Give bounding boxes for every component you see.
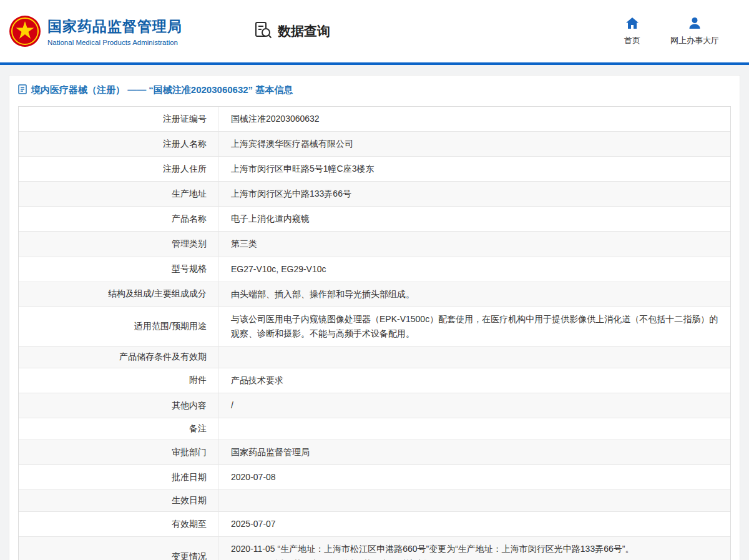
table-row: 注册人名称 上海宾得澳华医疗器械有限公司	[19, 131, 730, 156]
table-row: 产品名称 电子上消化道内窥镜	[19, 206, 730, 231]
row-value: 国家药品监督管理局	[218, 440, 730, 464]
row-value: 上海市闵行区申旺路5号1幢C座3楼东	[218, 157, 730, 181]
table-row: 其他内容 /	[19, 393, 730, 418]
row-value: 国械注准20203060632	[218, 107, 730, 131]
brand-subtitle: National Medical Products Administration	[47, 39, 182, 46]
brand-block: 国家药品监督管理局 National Medical Products Admi…	[47, 17, 182, 46]
header-right-nav: 首页 网上办事大厅	[624, 17, 719, 46]
record-table: 注册证编号 国械注准20203060632 注册人名称 上海宾得澳华医疗器械有限…	[18, 106, 731, 560]
record-card-title: 境内医疗器械（注册） —— “国械注准20203060632” 基本信息	[9, 76, 740, 104]
home-icon	[625, 17, 639, 31]
row-label: 审批部门	[19, 440, 218, 464]
row-label: 管理类别	[19, 232, 218, 256]
nav-online-hall[interactable]: 网上办事大厅	[670, 17, 719, 46]
table-row: 审批部门 国家药品监督管理局	[19, 440, 730, 464]
row-value	[218, 490, 730, 511]
row-label: 生产地址	[19, 182, 218, 206]
row-value	[218, 418, 730, 440]
table-row: 生产地址 上海市闵行区光中路133弄66号	[19, 181, 730, 206]
row-label: 结构及组成/主要组成成分	[19, 282, 218, 307]
row-label: 其他内容	[19, 393, 218, 418]
table-row: 批准日期 2020-07-08	[19, 464, 730, 489]
row-label: 注册人住所	[19, 157, 218, 181]
row-label: 产品名称	[19, 207, 218, 231]
row-value: 产品技术要求	[218, 368, 730, 393]
row-label: 注册证编号	[19, 107, 218, 131]
document-icon	[18, 84, 27, 96]
table-row: 备注	[19, 418, 730, 440]
table-row: 产品储存条件及有效期	[19, 346, 730, 368]
row-label: 适用范围/预期用途	[19, 307, 218, 346]
row-value: 2020-07-08	[218, 465, 730, 489]
row-label: 变更情况	[19, 537, 218, 560]
row-label: 产品储存条件及有效期	[19, 346, 218, 368]
table-row: 生效日期	[19, 489, 730, 511]
row-label: 型号规格	[19, 257, 218, 282]
row-value: EG27-V10c, EG29-V10c	[218, 257, 730, 282]
brand-title: 国家药品监督管理局	[47, 17, 182, 36]
row-label: 附件	[19, 368, 218, 393]
nav-home-label: 首页	[624, 35, 640, 46]
table-row: 附件 产品技术要求	[19, 368, 730, 393]
data-query-label: 数据查询	[278, 22, 330, 40]
row-label: 备注	[19, 418, 218, 440]
row-value: /	[218, 393, 730, 418]
data-query-icon	[254, 21, 273, 42]
row-value: 与该公司医用电子内窥镜图像处理器（EPK-V1500c）配套使用，在医疗机构中用…	[218, 307, 730, 346]
row-label: 生效日期	[19, 490, 218, 511]
row-value: 由头端部、插入部、操作部和导光插头部组成。	[218, 282, 730, 307]
row-value: 第三类	[218, 232, 730, 256]
row-value: 2025-07-07	[218, 512, 730, 536]
row-label: 注册人名称	[19, 132, 218, 156]
page-title: 境内医疗器械（注册） —— “国械注准20203060632” 基本信息	[31, 84, 293, 96]
table-row: 结构及组成/主要组成成分 由头端部、插入部、操作部和导光插头部组成。	[19, 282, 730, 307]
record-card: 境内医疗器械（注册） —— “国械注准20203060632” 基本信息 注册证…	[9, 75, 740, 560]
row-value: 2020-11-05 “生产地址：上海市松江区申港路660号”变更为“生产地址：…	[218, 537, 730, 560]
row-value: 上海市闵行区光中路133弄66号	[218, 182, 730, 206]
table-row: 注册证编号 国械注准20203060632	[19, 107, 730, 131]
row-label: 批准日期	[19, 465, 218, 489]
nav-data-query[interactable]: 数据查询	[254, 21, 330, 42]
nav-online-hall-label: 网上办事大厅	[670, 35, 719, 46]
table-row: 管理类别 第三类	[19, 231, 730, 256]
main-content: 境内医疗器械（注册） —— “国械注准20203060632” 基本信息 注册证…	[0, 65, 749, 560]
table-row: 有效期至 2025-07-07	[19, 511, 730, 536]
row-value: 上海宾得澳华医疗器械有限公司	[218, 132, 730, 156]
table-row: 适用范围/预期用途 与该公司医用电子内窥镜图像处理器（EPK-V1500c）配套…	[19, 307, 730, 346]
table-row: 变更情况 2020-11-05 “生产地址：上海市松江区申港路660号”变更为“…	[19, 536, 730, 560]
nmpa-emblem-logo	[9, 15, 41, 47]
table-row: 注册人住所 上海市闵行区申旺路5号1幢C座3楼东	[19, 156, 730, 181]
table-row: 型号规格 EG27-V10c, EG29-V10c	[19, 257, 730, 282]
row-label: 有效期至	[19, 512, 218, 536]
nav-home[interactable]: 首页	[624, 17, 640, 46]
row-value	[218, 346, 730, 368]
site-header: 国家药品监督管理局 National Medical Products Admi…	[0, 0, 749, 62]
user-icon	[688, 17, 701, 31]
row-value: 电子上消化道内窥镜	[218, 207, 730, 231]
